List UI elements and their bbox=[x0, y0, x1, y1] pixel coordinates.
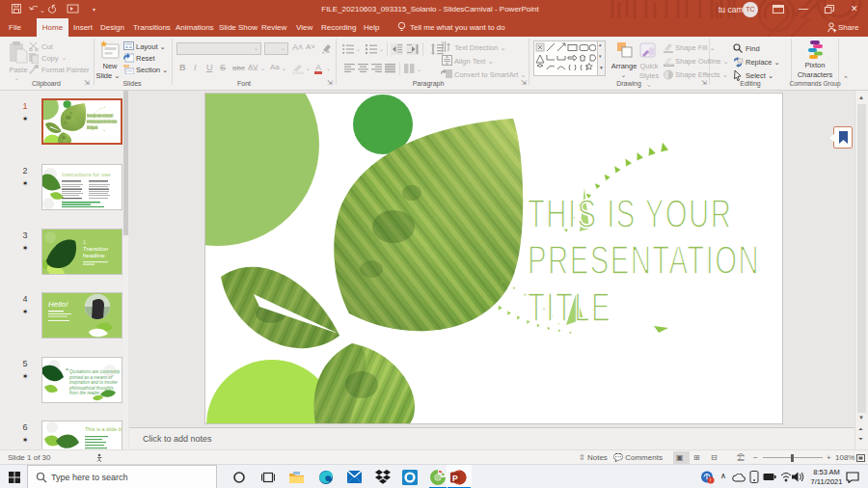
svg-text:from the reader.: from the reader. bbox=[69, 391, 101, 395]
svg-text:printed as a means of: printed as a means of bbox=[68, 375, 113, 380]
svg-text:Instructions for use: Instructions for use bbox=[62, 172, 111, 177]
svg-text:a: a bbox=[326, 48, 330, 54]
svg-text:This is a slide title: This is a slide title bbox=[85, 426, 122, 432]
svg-text:THIS IS YOUR: THIS IS YOUR bbox=[528, 191, 732, 237]
svg-text:headline: headline bbox=[83, 253, 105, 258]
svg-text:⌄: ⌄ bbox=[40, 7, 45, 14]
svg-text:P: P bbox=[452, 474, 458, 483]
svg-text:“: “ bbox=[66, 367, 68, 373]
svg-text:Hello!: Hello! bbox=[48, 300, 68, 309]
svg-text:PRESENTATION: PRESENTATION bbox=[528, 237, 760, 284]
svg-text:Quotations are commonly: Quotations are commonly bbox=[69, 369, 121, 374]
svg-text:TITLE: TITLE bbox=[528, 285, 611, 331]
svg-text:Transition: Transition bbox=[83, 246, 108, 252]
svg-text:1.: 1. bbox=[83, 239, 87, 245]
svg-text:philosophical thoughts: philosophical thoughts bbox=[68, 386, 114, 391]
svg-text:▾: ▾ bbox=[93, 7, 95, 13]
svg-text:inspiration and to invoke: inspiration and to invoke bbox=[69, 380, 118, 385]
